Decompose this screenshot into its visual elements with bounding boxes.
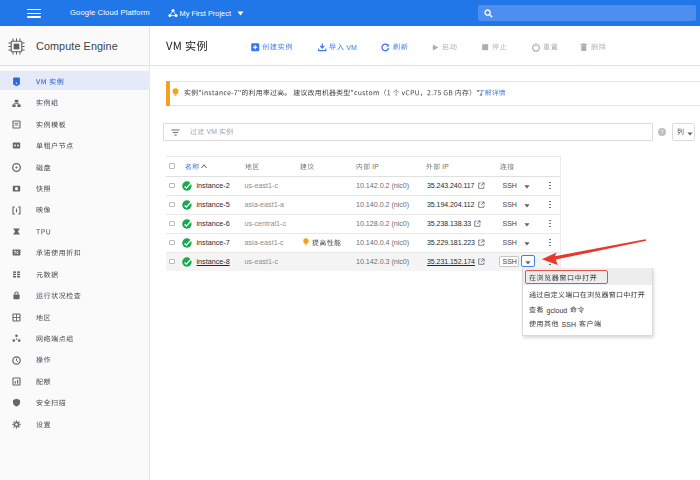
svg-text:?: ? (661, 128, 664, 135)
